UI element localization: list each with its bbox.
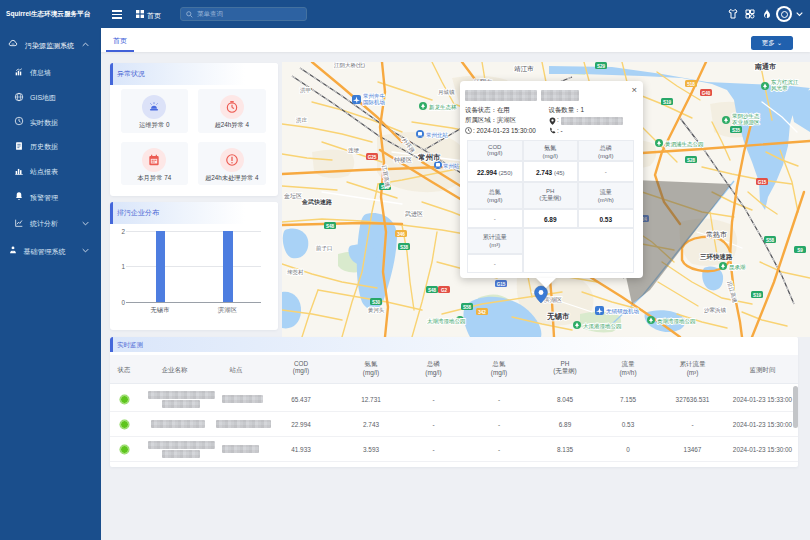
svg-text:农业旅游区: 农业旅游区	[732, 119, 760, 126]
svg-text:G25: G25	[368, 155, 377, 160]
svg-text:S19: S19	[753, 293, 762, 298]
svg-text:常熟市: 常熟市	[706, 230, 727, 239]
svg-text:S58: S58	[766, 238, 775, 243]
svg-text:月城镇: 月城镇	[438, 89, 455, 96]
svg-text:贡湖湾湿地公园: 贡湖湾湿地公园	[657, 318, 696, 325]
svg-text:346: 346	[397, 232, 405, 237]
svg-text:大溪港湿地公园: 大溪港湿地公园	[583, 323, 622, 330]
svg-text:无锡市: 无锡市	[546, 312, 570, 321]
svg-text:昆承湖: 昆承湖	[729, 264, 746, 271]
svg-text:S28: S28	[687, 158, 696, 163]
svg-text:洪庄: 洪庄	[296, 117, 308, 124]
svg-text:无锡硕放机场: 无锡硕放机场	[606, 308, 639, 315]
svg-text:G40: G40	[702, 91, 711, 96]
svg-text:三环快速路: 三环快速路	[700, 253, 733, 261]
svg-text:江阴大桥(北): 江阴大桥(北)	[334, 62, 365, 69]
svg-text:S48: S48	[428, 288, 437, 293]
svg-text:洪甲: 洪甲	[300, 87, 311, 94]
svg-text:黄泗浦生态公园: 黄泗浦生态公园	[665, 141, 704, 148]
svg-text:黄河头: 黄河头	[368, 307, 385, 314]
svg-text:金武快速路: 金武快速路	[301, 198, 333, 206]
svg-text:滨湖区: 滨湖区	[544, 296, 562, 303]
svg-text:太湖湾湿地公园: 太湖湾湿地公园	[427, 318, 466, 325]
svg-text:连埂: 连埂	[348, 147, 360, 154]
svg-text:埤茭村: 埤茭村	[287, 269, 304, 276]
svg-text:S38: S38	[400, 245, 409, 250]
svg-text:518: 518	[687, 82, 695, 87]
svg-text:342: 342	[478, 310, 486, 315]
svg-text:S29: S29	[597, 64, 606, 69]
svg-text:S19: S19	[663, 100, 672, 105]
svg-text:新龙生态林: 新龙生态林	[429, 104, 457, 110]
svg-text:钟楼区: 钟楼区	[393, 156, 412, 163]
svg-text:前子口: 前子口	[316, 245, 333, 252]
svg-text:G15: G15	[758, 180, 767, 185]
svg-text:靖江市: 靖江市	[514, 65, 534, 73]
svg-text:S58: S58	[463, 305, 472, 310]
svg-text:风光带: 风光带	[771, 85, 788, 92]
svg-text:金坛区: 金坛区	[283, 192, 302, 199]
svg-text:沙家浜镇: 沙家浜镇	[704, 307, 727, 314]
svg-text:沿江高速: 沿江高速	[726, 281, 739, 305]
svg-text:国际机场: 国际机场	[363, 99, 385, 106]
svg-text:常州站: 常州站	[443, 163, 460, 169]
svg-text:常州北站: 常州北站	[426, 132, 449, 139]
svg-text:南通市: 南通市	[754, 62, 776, 71]
svg-text:S9: S9	[797, 248, 803, 253]
svg-text:G2: G2	[441, 288, 448, 293]
svg-text:武进区: 武进区	[405, 210, 423, 218]
svg-text:G15: G15	[497, 282, 506, 287]
svg-text:S30: S30	[372, 300, 381, 305]
svg-text:S35: S35	[732, 128, 741, 133]
svg-text:常州市: 常州市	[418, 153, 441, 162]
svg-text:S48: S48	[326, 224, 335, 229]
